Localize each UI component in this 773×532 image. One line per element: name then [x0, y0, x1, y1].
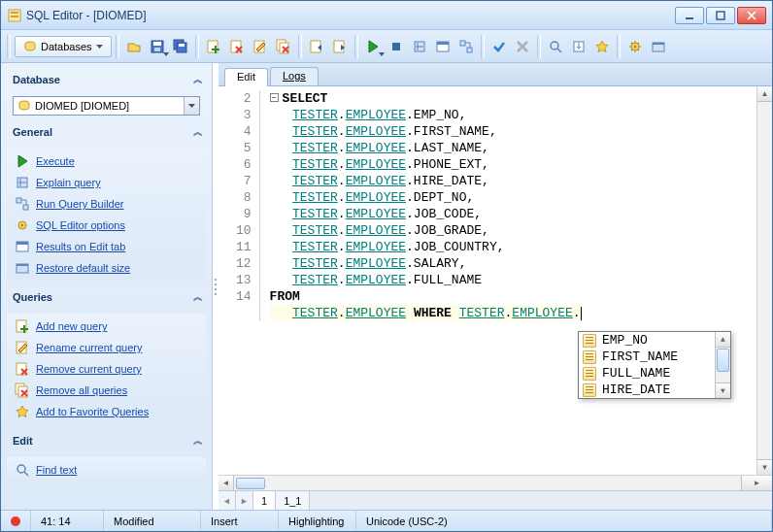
remove-all-button[interactable]	[273, 36, 294, 57]
status-insert: Insert	[201, 511, 279, 531]
scroll-left-button[interactable]: ◄	[218, 476, 234, 490]
column-icon	[583, 334, 596, 348]
rename-query-action[interactable]: Rename current query	[7, 337, 206, 358]
explain-action[interactable]: Explain query	[7, 172, 206, 193]
options-action[interactable]: SQL Editor options	[7, 215, 206, 236]
scroll-up-button[interactable]: ▲	[757, 86, 772, 102]
horizontal-scrollbar[interactable]: ◄ ►	[218, 475, 772, 490]
query-tabs: ◄ ► 1 1_1	[218, 490, 772, 510]
stop-button[interactable]	[386, 36, 407, 57]
edit-section-header[interactable]: Edit ︽	[7, 430, 206, 451]
autocomplete-item[interactable]: EMP_NO	[579, 332, 715, 349]
queries-section-header[interactable]: Queries ︽	[7, 286, 206, 308]
query-tab-2[interactable]: 1_1	[276, 491, 310, 510]
restore-size-button[interactable]	[648, 36, 669, 57]
column-icon	[583, 350, 596, 364]
find-button[interactable]	[545, 36, 566, 57]
database-select[interactable]	[13, 96, 200, 116]
rollback-button[interactable]	[512, 36, 533, 57]
scroll-down-button[interactable]: ▼	[757, 459, 772, 475]
explain-button[interactable]	[409, 36, 430, 57]
line-gutter: 234567891011121314	[218, 90, 260, 321]
window-icon	[15, 260, 30, 276]
tab-edit[interactable]: Edit	[224, 68, 268, 86]
databases-dropdown[interactable]: Databases	[15, 36, 112, 57]
query-tab-1[interactable]: 1	[253, 491, 276, 510]
close-button[interactable]	[737, 7, 766, 24]
results-button[interactable]	[432, 36, 454, 57]
svg-rect-3	[686, 17, 693, 19]
code-area[interactable]: −SELECT TESTER.EMPLOYEE.EMP_NO, TESTER.E…	[260, 90, 591, 321]
favorites-button[interactable]	[591, 36, 613, 57]
svg-rect-14	[212, 49, 219, 50]
minimize-button[interactable]	[675, 7, 704, 24]
save-button[interactable]	[147, 36, 168, 57]
star-icon	[15, 404, 30, 419]
find-action[interactable]: Find text	[7, 459, 206, 481]
tab-scroll-right[interactable]: ►	[236, 491, 253, 510]
vertical-scrollbar[interactable]: ▲ ▼	[756, 86, 772, 475]
scroll-down-button[interactable]: ▼	[716, 382, 730, 398]
builder-icon	[15, 196, 30, 212]
svg-rect-35	[17, 198, 21, 203]
execute-action[interactable]: Execute	[7, 150, 206, 172]
maximize-button[interactable]	[706, 7, 735, 24]
svg-rect-36	[23, 205, 28, 210]
remove-all-action[interactable]: Remove all queries	[7, 380, 206, 401]
edit-section: Find text	[7, 457, 206, 482]
body: Database ︽ General ︽ Execute Explain que…	[1, 63, 772, 510]
database-icon	[23, 40, 37, 53]
chevron-down-icon	[96, 45, 103, 49]
add-icon	[15, 318, 30, 334]
prev-query-button[interactable]	[306, 36, 327, 57]
export-button[interactable]	[568, 36, 589, 57]
scroll-thumb[interactable]	[236, 478, 265, 489]
autocomplete-item[interactable]: HIRE_DATE	[579, 382, 715, 398]
tab-logs[interactable]: Logs	[270, 67, 319, 85]
remove-query-button[interactable]	[226, 36, 248, 57]
open-button[interactable]	[123, 36, 145, 57]
general-section-header[interactable]: General ︽	[7, 121, 206, 143]
autocomplete-item[interactable]: FULL_NAME	[579, 365, 715, 382]
svg-point-38	[21, 224, 24, 227]
scroll-thumb[interactable]	[717, 349, 729, 372]
app-icon	[7, 8, 22, 23]
svg-rect-26	[467, 48, 472, 52]
next-query-button[interactable]	[329, 36, 351, 57]
svg-rect-42	[17, 264, 28, 266]
record-dot-icon	[11, 516, 20, 526]
svg-point-50	[17, 465, 25, 473]
tab-scroll-left[interactable]: ◄	[218, 491, 236, 510]
remove-icon	[15, 361, 30, 377]
database-value[interactable]	[35, 100, 184, 112]
scroll-up-button[interactable]: ▲	[716, 332, 730, 348]
status-bar: 41: 14 Modified Insert Highlighting Unic…	[1, 510, 772, 531]
results-action[interactable]: Results on Edit tab	[7, 236, 206, 257]
builder-button[interactable]	[455, 36, 477, 57]
save-all-button[interactable]	[170, 36, 191, 57]
commit-button[interactable]	[488, 36, 510, 57]
options-button[interactable]	[624, 36, 646, 57]
add-query-action[interactable]: Add new query	[7, 316, 206, 337]
code-editor[interactable]: 234567891011121314 −SELECT TESTER.EMPLOY…	[218, 86, 772, 475]
svg-rect-24	[437, 42, 449, 45]
execute-button[interactable]	[362, 36, 384, 57]
general-section: Execute Explain query Run Query Builder …	[7, 149, 206, 281]
remove-query-action[interactable]: Remove current query	[7, 358, 206, 380]
dropdown-arrow-icon[interactable]	[184, 97, 199, 115]
scroll-right-button[interactable]: ►	[741, 476, 772, 490]
add-query-button[interactable]	[203, 36, 224, 57]
autocomplete-item[interactable]: FIRST_NAME	[579, 349, 715, 365]
favorite-action[interactable]: Add to Favorite Queries	[7, 401, 206, 422]
svg-rect-32	[653, 43, 664, 45]
svg-rect-8	[154, 48, 160, 51]
rename-query-button[interactable]	[250, 36, 271, 57]
toolbar-grip	[7, 35, 11, 58]
restore-action[interactable]: Restore default size	[7, 257, 206, 279]
builder-action[interactable]: Run Query Builder	[7, 193, 206, 215]
svg-point-27	[551, 42, 558, 50]
autocomplete-popup[interactable]: EMP_NOFIRST_NAMEFULL_NAMEHIRE_DATE ▲ ▼	[578, 331, 731, 399]
database-section-header[interactable]: Database ︽	[7, 69, 206, 90]
autocomplete-scrollbar[interactable]: ▲ ▼	[715, 332, 730, 398]
status-encoding: Unicode (USC-2)	[356, 511, 772, 531]
